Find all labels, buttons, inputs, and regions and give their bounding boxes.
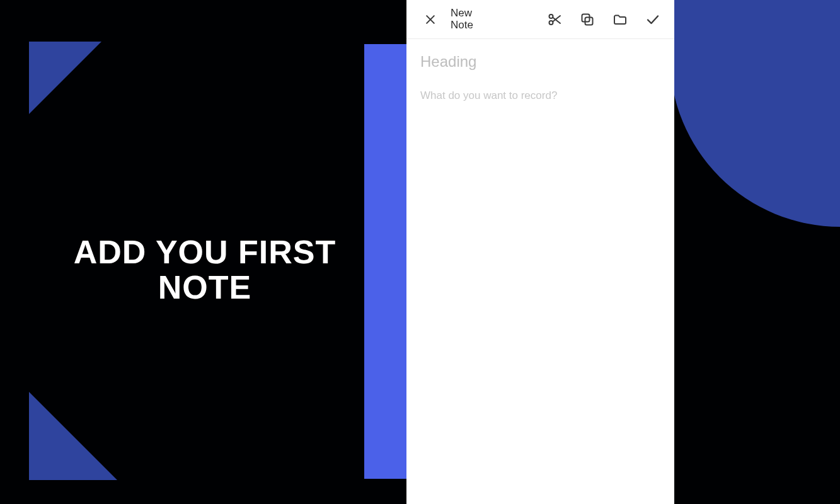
folder-icon — [612, 12, 628, 27]
decor-blue-semicircle — [670, 0, 840, 227]
scissors-icon — [547, 12, 562, 27]
close-button[interactable] — [418, 7, 443, 32]
toolbar-title: New Note — [451, 8, 488, 31]
body-input[interactable]: What do you want to record? — [420, 89, 660, 102]
folder-button[interactable] — [607, 7, 633, 32]
promo-canvas: ADD YOU FIRST NOTE New Note — [0, 0, 840, 504]
check-icon — [645, 12, 660, 27]
editor-area: Heading What do you want to record? — [406, 39, 674, 116]
app-toolbar: New Note — [406, 0, 674, 39]
note-app-screen: New Note — [406, 0, 674, 504]
copy-icon — [580, 12, 595, 27]
cut-button[interactable] — [542, 7, 567, 32]
heading-input[interactable]: Heading — [420, 53, 660, 71]
promo-headline: ADD YOU FIRST NOTE — [57, 234, 353, 305]
copy-button[interactable] — [575, 7, 600, 32]
confirm-button[interactable] — [640, 7, 665, 32]
decor-triangle-top-left — [29, 42, 101, 114]
close-icon — [424, 13, 437, 26]
decor-triangle-bottom-left — [29, 392, 117, 480]
